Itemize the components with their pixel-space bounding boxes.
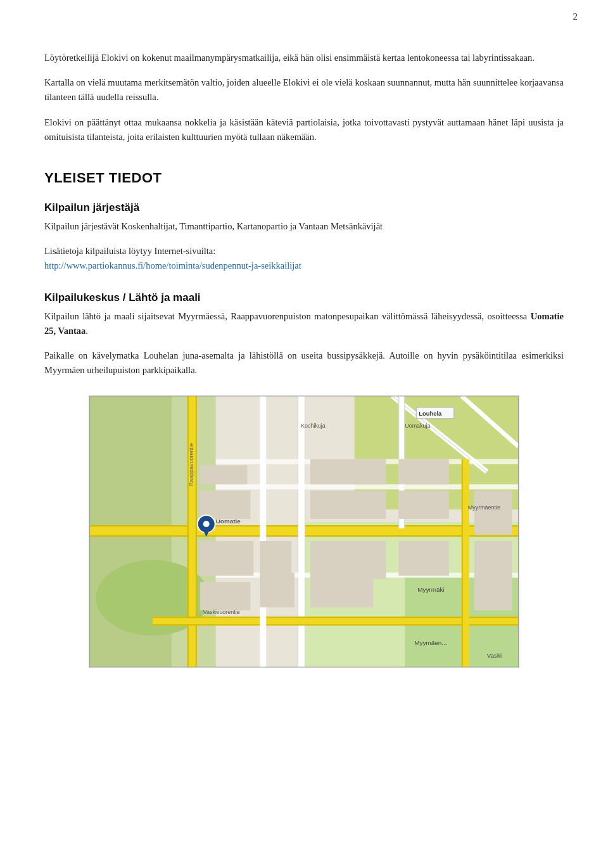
svg-rect-38 (398, 541, 449, 576)
svg-text:Myyrmäki: Myyrmäki (417, 586, 445, 593)
organizer-body: Kilpailun järjestävät Koskenhaltijat, Ti… (44, 219, 564, 234)
venue-body1-pre: Kilpailun lähtö ja maali sijaitsevat Myy… (44, 311, 531, 321)
organizer-extra-label: Lisätietoja kilpailuista löytyy Internet… (44, 246, 215, 256)
svg-rect-25 (216, 485, 519, 490)
svg-text:Myyrmäentie: Myyrmäentie (468, 504, 500, 511)
svg-text:Vaskivuorentie: Vaskivuorentie (203, 610, 240, 616)
svg-rect-42 (260, 573, 294, 608)
content-area: Löytöretkeilijä Elokivi on kokenut maail… (0, 13, 608, 693)
paragraph-2: Kartalla on vielä muutama merkitsemätön … (44, 75, 564, 105)
paragraph-3: Elokivi on päättänyt ottaa mukaansa nokk… (44, 115, 564, 144)
svg-rect-40 (398, 459, 449, 485)
svg-rect-44 (474, 541, 512, 610)
svg-rect-37 (310, 459, 386, 485)
page-number: 2 (573, 11, 578, 22)
subsection-title-organizer: Kilpailun järjestäjä (44, 201, 564, 214)
svg-rect-30 (462, 459, 463, 667)
svg-rect-11 (187, 396, 189, 667)
svg-rect-15 (305, 396, 305, 667)
svg-rect-31 (200, 541, 254, 576)
svg-text:Uomatie: Uomatie (216, 518, 241, 525)
organizer-extra: Lisätietoja kilpailuista löytyy Internet… (44, 244, 564, 273)
svg-rect-39 (398, 491, 449, 520)
svg-rect-12 (196, 396, 197, 667)
svg-rect-14 (298, 396, 298, 667)
svg-rect-13 (298, 396, 305, 667)
svg-text:Uomakuja: Uomakuja (405, 423, 430, 429)
svg-point-60 (203, 521, 210, 527)
svg-text:Vaski: Vaski (487, 652, 502, 659)
subsection-organizer: Kilpailun järjestäjä Kilpailun järjestäv… (44, 201, 564, 274)
venue-body1-post: . (86, 326, 88, 336)
svg-text:Myymäen...: Myymäen... (414, 639, 446, 646)
section-title-yleiset-tiedot: YLEISET TIEDOT (44, 170, 564, 186)
svg-rect-43 (200, 582, 251, 611)
svg-rect-33 (200, 466, 248, 485)
organizer-link[interactable]: http://www.partiokannus.fi/home/toiminta… (44, 260, 301, 271)
venue-body2: Paikalle on kävelymatka Louhelan juna-as… (44, 348, 564, 378)
venue-body1: Kilpailun lähtö ja maali sijaitsevat Myy… (44, 309, 564, 338)
svg-text:Louhela: Louhela (419, 410, 442, 417)
svg-text:Raappavuorentie: Raappavuorentie (188, 443, 194, 486)
svg-rect-45 (474, 491, 512, 535)
svg-rect-10 (187, 396, 197, 667)
svg-rect-24 (260, 396, 266, 667)
map-image: Raappavuorentie Uomatie Vaskivuorentie U… (89, 395, 519, 668)
subsection-venue: Kilpailukeskus / Lähtö ja maali Kilpailu… (44, 291, 564, 378)
paragraph-1: Löytöretkeilijä Elokivi on kokenut maail… (44, 51, 564, 65)
svg-rect-36 (310, 491, 386, 520)
svg-text:Kochikuja: Kochikuja (301, 423, 326, 429)
svg-rect-41 (310, 573, 374, 608)
subsection-title-venue: Kilpailukeskus / Lähtö ja maali (44, 291, 564, 304)
